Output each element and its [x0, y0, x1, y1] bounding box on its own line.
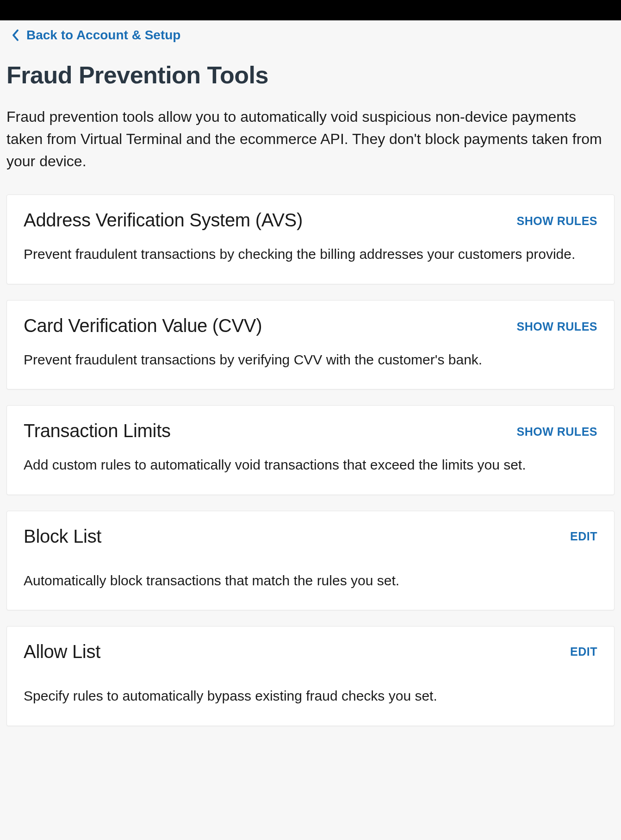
card-block-list-header: Block List EDIT — [24, 526, 597, 547]
card-avs: Address Verification System (AVS) SHOW R… — [6, 194, 615, 284]
card-allow-list: Allow List EDIT Specify rules to automat… — [6, 626, 615, 726]
card-avs-title: Address Verification System (AVS) — [24, 210, 303, 231]
card-block-list: Block List EDIT Automatically block tran… — [6, 511, 615, 611]
back-link[interactable]: Back to Account & Setup — [6, 28, 180, 43]
card-limits-description: Add custom rules to automatically void t… — [24, 454, 597, 476]
card-cvv: Card Verification Value (CVV) SHOW RULES… — [6, 300, 615, 390]
card-cvv-header: Card Verification Value (CVV) SHOW RULES — [24, 315, 597, 336]
main-content: Back to Account & Setup Fraud Prevention… — [0, 20, 621, 751]
edit-button-allow-list[interactable]: EDIT — [570, 645, 597, 658]
card-avs-header: Address Verification System (AVS) SHOW R… — [24, 210, 597, 231]
show-rules-button-cvv[interactable]: SHOW RULES — [517, 320, 597, 333]
card-cvv-title: Card Verification Value (CVV) — [24, 315, 262, 336]
card-block-list-title: Block List — [24, 526, 101, 547]
card-allow-list-header: Allow List EDIT — [24, 641, 597, 662]
chevron-left-icon — [12, 29, 19, 41]
card-allow-list-description: Specify rules to automatically bypass ex… — [24, 685, 597, 707]
card-cvv-description: Prevent fraudulent transactions by verif… — [24, 349, 597, 371]
show-rules-button-avs[interactable]: SHOW RULES — [517, 214, 597, 228]
card-allow-list-title: Allow List — [24, 641, 100, 662]
card-avs-description: Prevent fraudulent transactions by check… — [24, 244, 597, 265]
page-description: Fraud prevention tools allow you to auto… — [6, 106, 615, 172]
edit-button-block-list[interactable]: EDIT — [570, 530, 597, 543]
card-limits-title: Transaction Limits — [24, 420, 171, 441]
page-title: Fraud Prevention Tools — [6, 61, 615, 89]
card-block-list-description: Automatically block transactions that ma… — [24, 570, 597, 592]
show-rules-button-limits[interactable]: SHOW RULES — [517, 425, 597, 439]
top-bar — [0, 0, 621, 20]
back-link-label: Back to Account & Setup — [26, 28, 180, 43]
card-transaction-limits: Transaction Limits SHOW RULES Add custom… — [6, 405, 615, 495]
card-limits-header: Transaction Limits SHOW RULES — [24, 420, 597, 441]
